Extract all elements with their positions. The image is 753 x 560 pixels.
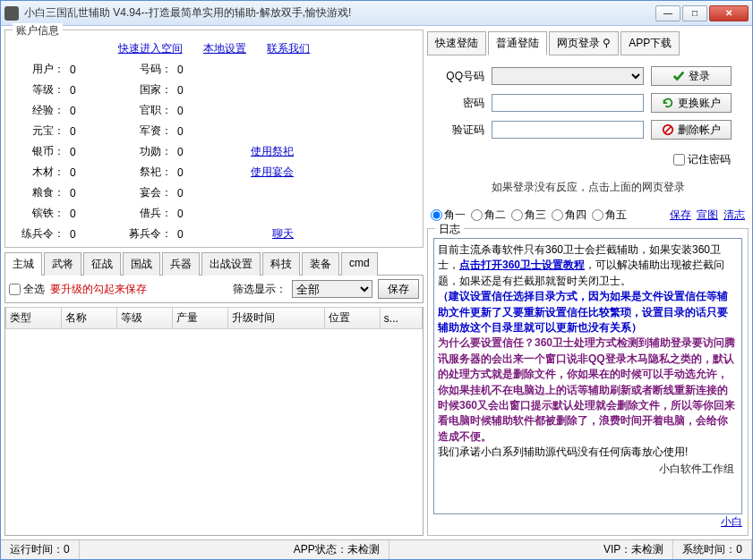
- col-header[interactable]: 等级: [117, 308, 173, 329]
- login-tab[interactable]: 网页登录 ⚲: [549, 31, 619, 55]
- log-box: 日志 目前主流杀毒软件只有360卫士会拦截辅助，如果安装360卫士，点击打开36…: [427, 228, 749, 536]
- switch-account-button[interactable]: 更换账户: [651, 93, 732, 113]
- titlebar: 小白三国乱世辅助 V4.94--打造最简单实用的辅助-解放双手,愉快游戏! — …: [1, 1, 752, 26]
- stat-value: 0: [177, 84, 231, 97]
- slot-link[interactable]: 宣图: [697, 208, 718, 221]
- account-side-link[interactable]: 使用宴会: [251, 165, 294, 178]
- status-appstate: APP状态：未检测: [285, 540, 389, 559]
- tab-征战[interactable]: 征战: [83, 252, 121, 276]
- log-legend: 日志: [435, 222, 464, 237]
- xiaobai-link[interactable]: 小白: [721, 515, 742, 528]
- role-slot[interactable]: 角一: [431, 208, 466, 223]
- login-tab[interactable]: APP下载: [620, 31, 680, 55]
- qq-label: QQ号码: [431, 69, 484, 84]
- col-header[interactable]: 名称: [62, 308, 117, 329]
- stat-value: 0: [177, 146, 231, 158]
- app-icon: [4, 6, 19, 21]
- stat-value: 0: [70, 64, 124, 76]
- stat-value: 0: [177, 208, 231, 220]
- tab-装备[interactable]: 装备: [302, 252, 339, 276]
- local-settings-link[interactable]: 本地设置: [203, 42, 246, 55]
- upgrade-tip: 要升级的勾起来保存: [50, 282, 147, 297]
- tab-出战设置[interactable]: 出战设置: [201, 252, 261, 276]
- status-runtime: 运行时间：0: [1, 540, 80, 559]
- stat-label: 元宝：: [16, 123, 70, 139]
- stat-value: 0: [70, 125, 124, 138]
- filter-select[interactable]: 全部: [292, 280, 372, 298]
- login-tabstrip: 快速登陆普通登陆网页登录 ⚲APP下载: [427, 30, 749, 57]
- stat-value: 0: [177, 187, 231, 199]
- col-header[interactable]: 类型: [6, 308, 62, 329]
- stat-label: 借兵：: [124, 206, 177, 221]
- role-slot[interactable]: 角五: [592, 208, 627, 223]
- role-slot[interactable]: 角四: [552, 208, 586, 223]
- stat-value: 0: [70, 146, 124, 158]
- login-tab[interactable]: 快速登陆: [427, 31, 486, 55]
- stat-label: 等级：: [16, 82, 70, 98]
- tab-cmd[interactable]: cmd: [341, 252, 378, 276]
- minimize-button[interactable]: —: [655, 5, 680, 21]
- account-side-link[interactable]: 使用祭祀: [251, 145, 294, 157]
- login-button[interactable]: 登录: [651, 66, 732, 86]
- delete-account-button[interactable]: 删除帐户: [651, 120, 732, 140]
- stat-value: 0: [177, 125, 231, 138]
- login-form: QQ号码 登录 密码 更换账户 验证码 删除帐户: [427, 61, 749, 145]
- stat-value: 0: [70, 228, 124, 241]
- log-signature: 小白软件工作组: [438, 460, 738, 479]
- stat-value: 0: [70, 105, 124, 117]
- tab-兵器[interactable]: 兵器: [162, 252, 200, 276]
- tab-武将[interactable]: 武将: [44, 252, 81, 276]
- account-legend: 账户信息: [13, 23, 63, 38]
- maximize-button[interactable]: □: [682, 5, 707, 21]
- save-button[interactable]: 保存: [378, 279, 419, 299]
- stat-label: 号码：: [124, 62, 177, 77]
- stat-label: 银币：: [16, 144, 70, 159]
- account-side-link[interactable]: 聊天: [272, 227, 294, 240]
- stat-label: 官职：: [124, 103, 177, 118]
- stat-value: 0: [70, 208, 124, 220]
- select-all-checkbox[interactable]: 全选: [9, 282, 45, 297]
- pwd-label: 密码: [431, 96, 484, 111]
- status-systime: 系统时间：0: [673, 540, 752, 559]
- log-text[interactable]: 目前主流杀毒软件只有360卫士会拦截辅助，如果安装360卫士，点击打开360卫士…: [433, 238, 742, 514]
- col-header[interactable]: s...: [380, 308, 422, 329]
- stat-value: 0: [70, 187, 124, 199]
- account-info-box: 账户信息 快速进入空间 本地设置 联系我们 用户：0号码：0等级：0国家：0经验…: [4, 30, 424, 248]
- login-tab[interactable]: 普通登陆: [488, 31, 547, 55]
- role-slots: 角一角二角三角四角五保存宣图清志: [427, 206, 749, 225]
- stat-label: 功勋：: [124, 144, 177, 159]
- window-title: 小白三国乱世辅助 V4.94--打造最简单实用的辅助-解放双手,愉快游戏!: [24, 5, 655, 21]
- password-input[interactable]: [492, 94, 644, 112]
- stat-label: 国家：: [124, 82, 177, 98]
- stat-value: 0: [70, 166, 124, 179]
- tutorial-link[interactable]: 点击打开360卫士设置教程: [459, 259, 585, 271]
- qq-input[interactable]: [492, 67, 644, 85]
- role-slot[interactable]: 角二: [471, 208, 506, 223]
- tab-科技[interactable]: 科技: [262, 252, 300, 276]
- forbidden-icon: [662, 123, 674, 136]
- slot-link[interactable]: 清志: [723, 208, 745, 221]
- stat-label: 练兵令：: [16, 226, 70, 242]
- stat-value: 0: [177, 166, 231, 179]
- refresh-icon: [662, 97, 674, 109]
- col-header[interactable]: 产量: [173, 308, 228, 329]
- stat-label: 经验：: [16, 103, 70, 118]
- stat-label: 募兵令：: [124, 226, 177, 242]
- role-slot[interactable]: 角三: [511, 208, 546, 223]
- close-button[interactable]: ✕: [709, 5, 749, 21]
- remember-checkbox[interactable]: 记住密码: [673, 153, 731, 165]
- stat-label: 用户：: [16, 62, 70, 77]
- tab-国战[interactable]: 国战: [123, 252, 160, 276]
- login-notice: 如果登录没有反应，点击上面的网页登录: [427, 173, 749, 202]
- col-header[interactable]: 升级时间: [228, 308, 324, 329]
- col-header[interactable]: 位置: [324, 308, 380, 329]
- tab-主城[interactable]: 主城: [4, 252, 42, 276]
- slot-link[interactable]: 保存: [670, 208, 691, 221]
- item-table[interactable]: 类型名称等级产量升级时间位置s...: [4, 307, 424, 536]
- captcha-input[interactable]: [492, 121, 644, 139]
- stat-value: 0: [70, 84, 124, 97]
- stat-label: 宴会：: [124, 185, 177, 200]
- quick-enter-link[interactable]: 快速进入空间: [118, 42, 183, 55]
- contact-link[interactable]: 联系我们: [267, 42, 310, 55]
- filter-bar: 全选 要升级的勾起来保存 筛选显示： 全部 保存: [4, 276, 424, 303]
